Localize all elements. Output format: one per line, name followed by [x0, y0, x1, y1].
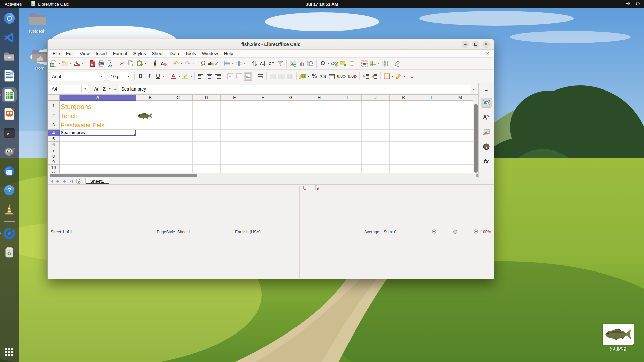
cell-K10[interactable]: [390, 165, 418, 170]
cell-G3[interactable]: [277, 120, 305, 130]
cell-H8[interactable]: [305, 153, 333, 159]
cell-A10[interactable]: [60, 165, 136, 170]
cell-H2[interactable]: [305, 111, 333, 120]
cell-J6[interactable]: [362, 142, 390, 147]
unmerge-cells-icon[interactable]: [286, 72, 294, 81]
cell-F2[interactable]: [249, 111, 277, 120]
cell-K5[interactable]: [390, 136, 418, 142]
cell-A8[interactable]: [60, 153, 136, 159]
cell-E10[interactable]: [221, 165, 249, 170]
autofilter-icon[interactable]: [276, 59, 285, 68]
menu-file[interactable]: File: [50, 50, 63, 57]
sidebar-settings-icon[interactable]: ≡: [481, 86, 492, 93]
merge-center-cells-icon[interactable]: [268, 72, 277, 81]
cell-J2[interactable]: [362, 111, 390, 120]
cut-icon[interactable]: ✂: [118, 59, 126, 68]
cell-E6[interactable]: [221, 142, 249, 147]
font-size-dropdown[interactable]: ▾: [125, 72, 132, 81]
volume-icon[interactable]: [626, 1, 631, 7]
cell-B8[interactable]: [136, 153, 164, 159]
cell-I7[interactable]: [333, 147, 362, 153]
sum-button[interactable]: Σ: [100, 85, 108, 93]
insert-chart-icon[interactable]: [297, 59, 306, 68]
sum-dropdown-arrow[interactable]: ▾: [108, 87, 111, 90]
insert-column-icon[interactable]: [234, 59, 243, 68]
cell-K7[interactable]: [390, 147, 418, 153]
redo-dropdown-arrow[interactable]: ▾: [192, 62, 195, 65]
cell-I9[interactable]: [333, 159, 362, 165]
currency-format-icon[interactable]: [298, 72, 307, 81]
cell-G1[interactable]: [277, 101, 305, 111]
fish-image-b2[interactable]: [137, 112, 153, 120]
name-box[interactable]: A4▾: [49, 85, 89, 93]
cell-E4[interactable]: [221, 130, 249, 136]
paste-icon[interactable]: [135, 59, 144, 68]
maximize-button[interactable]: [472, 41, 479, 48]
cell-J10[interactable]: [362, 165, 390, 170]
menu-view[interactable]: View: [77, 50, 93, 57]
menu-styles[interactable]: Styles: [130, 50, 149, 57]
dock-calc-icon[interactable]: [2, 87, 17, 102]
column-header-G[interactable]: G: [277, 95, 305, 101]
cell-D9[interactable]: [193, 159, 221, 165]
row-header-6[interactable]: 6: [48, 142, 60, 147]
columns-dropdown-arrow[interactable]: ▾: [243, 62, 246, 65]
insert-mode-icon[interactable]: [301, 186, 307, 191]
number-format-icon[interactable]: 7.4: [319, 72, 327, 81]
export-pdf-icon[interactable]: [88, 59, 97, 68]
column-header-E[interactable]: E: [221, 95, 249, 101]
cell-G7[interactable]: [277, 147, 305, 153]
cell-G9[interactable]: [277, 159, 305, 165]
cell-H10[interactable]: [305, 165, 333, 170]
cell-K3[interactable]: [390, 120, 418, 130]
find-replace-icon[interactable]: [199, 59, 208, 68]
cell-C9[interactable]: [164, 159, 193, 165]
cell-J4[interactable]: [362, 130, 390, 136]
row-header-10[interactable]: 10: [48, 165, 60, 170]
cell-B4[interactable]: [136, 130, 164, 136]
font-name-combo[interactable]: Arial▾: [49, 72, 105, 81]
new-dropdown-arrow[interactable]: ▾: [58, 62, 61, 65]
cell-I3[interactable]: [333, 120, 362, 130]
cell-L11[interactable]: [418, 170, 446, 173]
sort-icon[interactable]: [250, 59, 259, 68]
cell-C11[interactable]: [164, 170, 193, 173]
column-header-J[interactable]: J: [362, 95, 390, 101]
column-header-I[interactable]: I: [333, 95, 362, 101]
cell-D5[interactable]: [193, 136, 221, 142]
dock-help-icon[interactable]: ?: [2, 183, 17, 198]
focused-app-indicator[interactable]: LibreOffice Calc: [31, 1, 69, 7]
menu-format[interactable]: Format: [110, 50, 130, 57]
cell-H6[interactable]: [305, 142, 333, 147]
undo-icon[interactable]: ↶: [172, 59, 180, 68]
dock-rustdesk-icon[interactable]: [2, 226, 17, 241]
spreadsheet-grid[interactable]: ABCDEFGHIJKLM1Sturgeons2Tench3Freshwater…: [48, 95, 473, 173]
vertical-scrollbar-thumb[interactable]: [474, 104, 478, 173]
cell-D10[interactable]: [193, 165, 221, 170]
freeze-rows-columns-icon[interactable]: [369, 59, 377, 68]
cell-C3[interactable]: [164, 120, 193, 130]
column-header-L[interactable]: L: [418, 95, 446, 101]
sheet-tab-sheet1[interactable]: Sheet1: [85, 178, 109, 184]
cell-I6[interactable]: [333, 142, 362, 147]
cell-B1[interactable]: [136, 101, 164, 111]
last-sheet-button[interactable]: [68, 178, 74, 184]
copy-icon[interactable]: [126, 59, 135, 68]
italic-button[interactable]: I: [145, 72, 154, 81]
align-center-icon[interactable]: [205, 72, 214, 81]
hyperlink-icon[interactable]: [330, 59, 339, 68]
cell-C8[interactable]: [164, 153, 193, 159]
cell-B6[interactable]: [136, 142, 164, 147]
cell-A4[interactable]: Sea lamprey: [60, 130, 136, 136]
align-top-icon[interactable]: [226, 72, 235, 81]
cell-E9[interactable]: [221, 159, 249, 165]
title-bar[interactable]: fish.xlsx - LibreOffice Calc – ✕: [48, 39, 494, 50]
new-document-icon[interactable]: [49, 59, 58, 68]
cell-J11[interactable]: [362, 170, 390, 173]
cell-I8[interactable]: [333, 153, 362, 159]
cell-B10[interactable]: [136, 165, 164, 170]
cell-M11[interactable]: [446, 170, 473, 173]
cell-K8[interactable]: [390, 153, 418, 159]
desktop-icon-rustdesk[interactable]: rustdesk: [24, 11, 50, 34]
zoom-in-button[interactable]: [474, 229, 478, 235]
